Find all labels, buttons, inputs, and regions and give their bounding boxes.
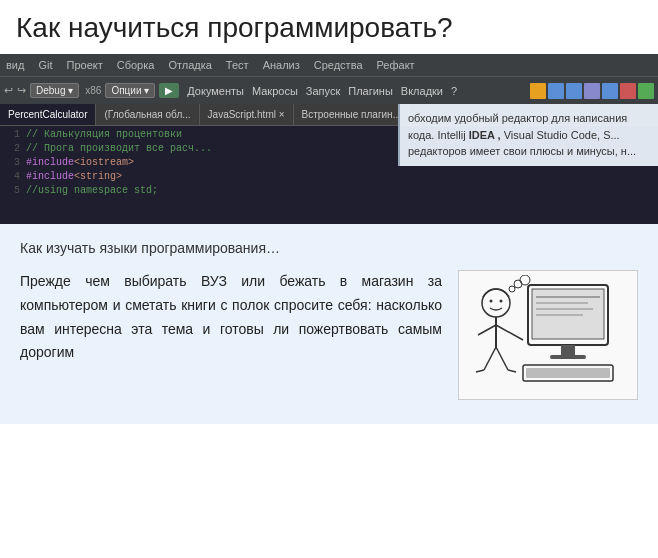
svg-line-17 [496, 347, 508, 370]
svg-point-22 [520, 275, 530, 285]
code-line-5: 5 //using namespace std; [6, 184, 652, 198]
ide-overlay-tooltip: обходим удобный редактор для написания к… [398, 104, 658, 166]
svg-line-16 [484, 347, 496, 370]
tab-plugins[interactable]: Встроенные плагин... [294, 104, 410, 125]
toolbar-icon-7 [638, 83, 654, 99]
svg-line-19 [508, 370, 516, 372]
ide-toolbar: ↩ ↪ Debug ▾ x86 Опции ▾ ▶ Документы Макр… [0, 76, 658, 104]
menu-item-git[interactable]: Git [38, 59, 52, 71]
menu-item-test[interactable]: Тест [226, 59, 249, 71]
svg-point-20 [509, 286, 515, 292]
svg-point-12 [500, 300, 503, 303]
main-content: Прежде чем выбирать ВУЗ или бежать в маг… [20, 270, 638, 400]
svg-line-14 [496, 325, 523, 340]
run-button[interactable]: ▶ [159, 83, 179, 98]
toolbar-help[interactable]: ? [451, 85, 457, 97]
ide-menubar: вид Git Проект Сборка Отладка Тест Анали… [0, 54, 658, 76]
subtitle: Как изучать языки программирования… [20, 240, 638, 256]
debug-select[interactable]: Debug ▾ [30, 83, 79, 98]
toolbar-icon-4 [584, 83, 600, 99]
svg-line-18 [476, 370, 484, 372]
code-line-4: 4 #include <string> [6, 170, 652, 184]
toolbar-icon-5 [602, 83, 618, 99]
svg-rect-9 [526, 368, 610, 378]
tab-js[interactable]: JavaScript.html × [200, 104, 294, 125]
menu-item-refactor[interactable]: Рефакт [377, 59, 415, 71]
menu-item-analysis[interactable]: Анализ [263, 59, 300, 71]
page-title: Как научиться программировать? [0, 0, 658, 54]
menu-item-debug[interactable]: Отладка [168, 59, 211, 71]
svg-point-21 [514, 280, 522, 288]
toolbar-docs[interactable]: Документы [187, 85, 244, 97]
svg-rect-7 [550, 355, 586, 359]
computer-illustration [458, 270, 638, 400]
ide-screenshot: вид Git Проект Сборка Отладка Тест Анали… [0, 54, 658, 224]
svg-line-15 [478, 325, 496, 335]
toolbar-icon-1 [530, 83, 546, 99]
tab-percent-calculator[interactable]: PercentCalculator [0, 104, 96, 125]
undo-icon[interactable]: ↩ [4, 84, 13, 97]
menu-item-vid[interactable]: вид [6, 59, 24, 71]
toolbar-plugins[interactable]: Плагины [348, 85, 393, 97]
menu-item-project[interactable]: Проект [66, 59, 102, 71]
tab-global[interactable]: (Глобальная обл... [96, 104, 199, 125]
menu-item-tools[interactable]: Средства [314, 59, 363, 71]
main-paragraph: Прежде чем выбирать ВУЗ или бежать в маг… [20, 270, 442, 365]
toolbar-tabs[interactable]: Вкладки [401, 85, 443, 97]
toolbar-icon-3 [566, 83, 582, 99]
svg-rect-6 [561, 345, 575, 355]
arch-label: x86 [85, 85, 101, 96]
svg-point-11 [490, 300, 493, 303]
toolbar-macros[interactable]: Макросы [252, 85, 298, 97]
content-area: Как изучать языки программирования… Преж… [0, 224, 658, 424]
toolbar-icon-group [530, 83, 654, 99]
toolbar-icon-6 [620, 83, 636, 99]
computer-svg [468, 275, 628, 395]
toolbar-launch[interactable]: Запуск [306, 85, 340, 97]
options-button[interactable]: Опции ▾ [105, 83, 155, 98]
menu-item-build[interactable]: Сборка [117, 59, 155, 71]
redo-icon[interactable]: ↪ [17, 84, 26, 97]
toolbar-icon-2 [548, 83, 564, 99]
